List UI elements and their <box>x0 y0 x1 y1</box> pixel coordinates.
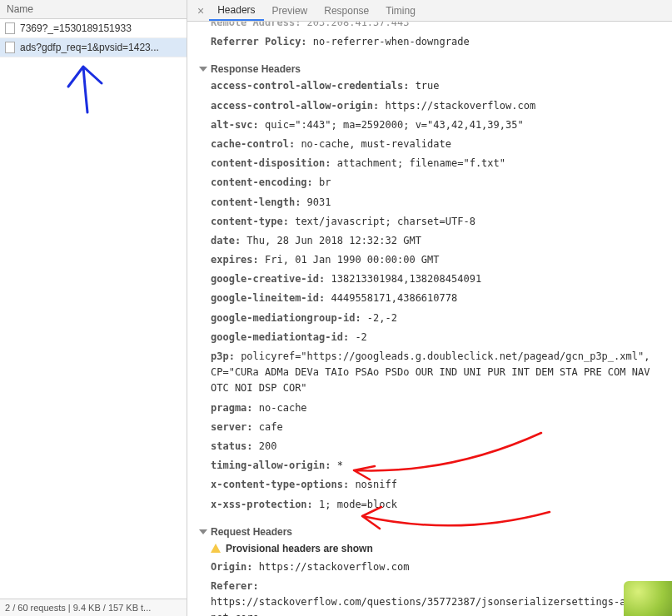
header-line: server: cafe <box>191 418 669 437</box>
header-value: true <box>416 80 440 92</box>
header-line: google-creative-id: 138213301984,1382084… <box>191 270 669 289</box>
request-row[interactable]: 7369?_=1530189151933 <box>0 19 187 38</box>
header-key: expires: <box>211 254 265 266</box>
header-line: access-control-allow-credentials: true <box>191 77 669 96</box>
request-list: 7369?_=1530189151933 ads?gdfp_req=1&pvsi… <box>0 19 187 599</box>
header-key: google-creative-id: <box>211 273 331 285</box>
header-line: google-mediationtag-id: -2 <box>191 328 669 347</box>
header-value: -2 <box>355 331 366 343</box>
header-value: cafe <box>259 421 283 433</box>
document-icon <box>5 42 15 53</box>
header-value: https://stackoverflow.com/questions/3577… <box>211 596 668 616</box>
header-line: access-control-allow-origin: https://sta… <box>191 97 669 116</box>
header-key: cache-control: <box>211 138 301 150</box>
header-line: cache-control: no-cache, must-revalidate <box>191 135 669 154</box>
warning-icon <box>211 544 221 553</box>
header-key: content-encoding: <box>211 176 319 188</box>
header-value: no-cache, must-revalidate <box>301 138 451 150</box>
decorative-corner-image <box>624 581 672 616</box>
header-key: content-type: <box>211 216 295 227</box>
network-request-list-panel: Name 7369?_=1530189151933 ads?gdfp_req=1… <box>0 0 187 616</box>
section-title: Response Headers <box>211 63 301 75</box>
header-key: Origin: <box>211 561 259 573</box>
header-value: 138213301984,138208454091 <box>331 273 482 285</box>
chevron-down-icon <box>199 529 207 534</box>
header-line: google-lineitem-id: 4449558171,438661077… <box>191 289 669 308</box>
header-value: Thu, 28 Jun 2018 12:32:32 GMT <box>246 235 421 246</box>
header-value: -2,-2 <box>367 312 397 324</box>
header-line: google-mediationgroup-id: -2,-2 <box>191 309 669 328</box>
header-line: Referer: https://stackoverflow.com/quest… <box>191 577 669 616</box>
header-line: content-disposition: attachment; filenam… <box>191 154 669 173</box>
header-value: br <box>319 176 331 188</box>
header-value: https://stackoverflow.com <box>259 561 410 573</box>
general-referrer-policy: Referrer Policy: no-referrer-when-downgr… <box>191 32 669 52</box>
header-value: 1; mode=block <box>319 499 397 510</box>
header-value: https://stackoverflow.com <box>386 100 536 112</box>
header-key: status: <box>211 440 259 452</box>
header-key: google-mediationgroup-id: <box>211 312 367 324</box>
header-key: content-length: <box>211 196 307 208</box>
header-line: status: 200 <box>191 437 669 456</box>
request-label: ads?gdfp_req=1&pvsid=1423... <box>20 42 159 53</box>
header-key: server: <box>211 421 259 433</box>
header-key: x-content-type-options: <box>211 479 355 490</box>
header-value: 9031 <box>307 196 331 208</box>
header-key: x-xss-protection: <box>211 499 319 510</box>
header-value: attachment; filename="f.txt" <box>337 157 505 169</box>
general-remote-address: Remote Address: 203.208.41.37:443 <box>191 22 669 32</box>
header-line: p3p: policyref="https://googleads.g.doub… <box>191 347 669 399</box>
header-key: date: <box>211 235 246 246</box>
header-line: alt-svc: quic=":443"; ma=2592000; v="43,… <box>191 116 669 135</box>
header-value: 4449558171,4386610778 <box>331 292 458 304</box>
tab-headers[interactable]: Headers <box>209 1 263 21</box>
list-header-name[interactable]: Name <box>0 0 187 19</box>
tab-timing[interactable]: Timing <box>377 2 424 20</box>
header-key: google-mediationtag-id: <box>211 331 355 343</box>
details-tab-bar: × Headers Preview Response Timing <box>187 0 672 22</box>
header-value: policyref="https://googleads.g.doublecli… <box>211 350 650 394</box>
section-title: Request Headers <box>211 526 292 538</box>
header-line: timing-allow-origin: * <box>191 456 669 475</box>
header-line: pragma: no-cache <box>191 399 669 418</box>
tab-preview[interactable]: Preview <box>264 2 316 20</box>
status-bar: 2 / 60 requests | 9.4 KB / 157 KB t... <box>0 599 187 616</box>
header-line: content-encoding: br <box>191 173 669 192</box>
header-value: text/javascript; charset=UTF-8 <box>295 216 475 227</box>
headers-content[interactable]: Remote Address: 203.208.41.37:443 Referr… <box>187 22 672 616</box>
header-line: x-content-type-options: nosniff <box>191 475 669 494</box>
tab-response[interactable]: Response <box>316 2 377 20</box>
header-line: date: Thu, 28 Jun 2018 12:32:32 GMT <box>191 231 669 251</box>
document-icon <box>5 22 15 34</box>
header-value: 200 <box>259 440 277 452</box>
header-value: quic=":443"; ma=2592000; v="43,42,41,39,… <box>265 119 524 131</box>
details-panel: × Headers Preview Response Timing Remote… <box>187 0 672 616</box>
header-line: content-length: 9031 <box>191 193 669 212</box>
header-key: google-lineitem-id: <box>211 292 331 304</box>
request-row[interactable]: ads?gdfp_req=1&pvsid=1423... <box>0 38 187 57</box>
header-key: Referer: <box>211 580 259 592</box>
header-value: no-cache <box>259 402 307 414</box>
section-response-headers[interactable]: Response Headers <box>191 60 669 77</box>
header-value: * <box>337 460 343 471</box>
header-key: content-disposition: <box>211 157 337 169</box>
header-key: pragma: <box>211 402 259 414</box>
header-value: Fri, 01 Jan 1990 00:00:00 GMT <box>265 254 440 266</box>
chevron-down-icon <box>199 67 207 72</box>
header-key: timing-allow-origin: <box>211 460 337 471</box>
header-line: expires: Fri, 01 Jan 1990 00:00:00 GMT <box>191 251 669 270</box>
header-line: x-xss-protection: 1; mode=block <box>191 495 669 514</box>
header-value: nosniff <box>355 479 397 490</box>
header-line: Origin: https://stackoverflow.com <box>191 558 669 577</box>
provisional-warning: Provisional headers are shown <box>191 539 669 558</box>
close-icon[interactable]: × <box>192 4 209 17</box>
header-key: access-control-allow-origin: <box>211 100 386 112</box>
header-key: alt-svc: <box>211 119 265 131</box>
header-key: access-control-allow-credentials: <box>211 80 416 92</box>
request-label: 7369?_=1530189151933 <box>20 22 132 34</box>
header-key: p3p: <box>211 350 241 362</box>
provisional-text: Provisional headers are shown <box>226 543 373 554</box>
section-request-headers[interactable]: Request Headers <box>191 523 669 539</box>
header-line: content-type: text/javascript; charset=U… <box>191 212 669 231</box>
